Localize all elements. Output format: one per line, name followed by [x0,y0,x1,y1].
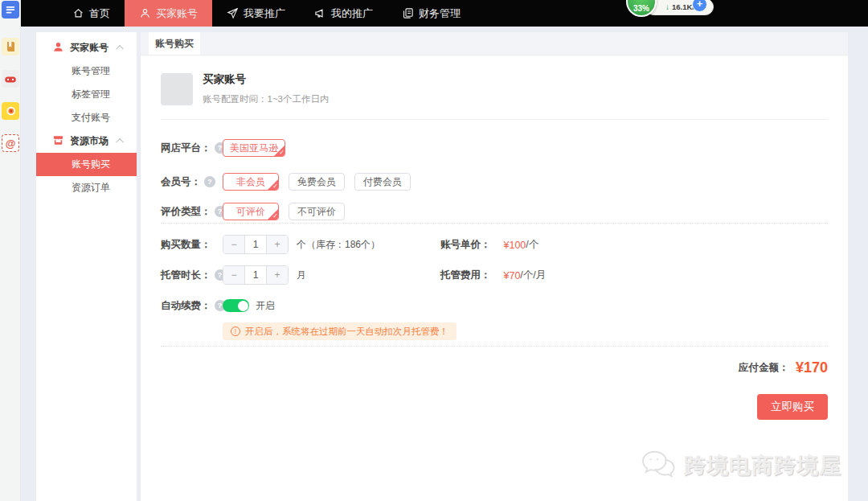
chevron-up-icon [116,138,124,146]
option-non-member[interactable]: 非会员 ✓ [223,173,279,191]
speed-monitor-widget: ↓ 16.1K/s 33% + [629,0,726,21]
sidebar-item-label: 支付账号 [72,111,110,125]
option-paid-member[interactable]: 付费会员 [354,173,411,191]
product-info: 买家账号 账号配置时间：1~3个工作日内 [203,72,330,105]
list-icon[interactable] [2,1,19,18]
option-free-member[interactable]: 免费会员 [289,173,345,191]
option-reviewable[interactable]: 可评价 ✓ [223,203,279,220]
sidebar-group-resource-market[interactable]: 资源市场 [36,129,137,153]
finance-icon [402,7,414,19]
quantity-stepper: − 1 + [223,235,289,254]
auto-renew-label-wrap: 自动续费： ? [161,299,223,313]
percent-value: 33% [628,4,655,13]
option-us-amazon[interactable]: 美国亚马逊 ✓ [223,139,285,157]
nav-item-home[interactable]: 首页 [58,0,125,27]
unit-price-value: ¥100 [504,239,526,250]
watermark-text: 跨境电商跨境屋 [684,451,841,480]
auto-renew-toggle[interactable] [223,299,249,312]
platform-label: 网店平台： [161,142,211,155]
auto-renew-state: 开启 [256,299,275,313]
section-divider [161,223,828,224]
browser-icon-strip: @ [0,0,21,501]
check-icon: ✓ [272,181,278,191]
quantity-input[interactable]: 1 [244,236,267,253]
gamepad-icon[interactable] [2,70,19,88]
top-nav: 首页 买家账号 我要推广 我的推广 财务管理 [21,0,868,27]
purchase-form: 网店平台： ? 美国亚马逊 ✓ 会员号： ? 非会员 ✓ [141,120,848,420]
product-header: 买家账号 账号配置时间：1~3个工作日内 [161,72,828,120]
review-label: 评价类型： [161,205,211,219]
quantity-minus-button[interactable]: − [223,236,244,253]
nav-item-label: 买家账号 [156,6,198,21]
nav-item-buyer-account[interactable]: 买家账号 [125,0,212,27]
duration-plus-button[interactable]: + [267,266,288,284]
sidebar-item-payment-account[interactable]: 支付账号 [36,106,137,129]
home-icon [72,7,84,19]
sidebar: 买家账号 账号管理 标签管理 支付账号 资源市场 账号购买 资源订单 [36,32,137,501]
quantity-suffix: 个（库存：186个） [297,238,380,252]
main-content: 账号购买 买家账号 账号配置时间：1~3个工作日内 网店平台： ? 美国亚马逊 … [141,32,848,501]
amount-due-label: 应付金额： [739,362,789,373]
tab-account-purchase[interactable]: 账号购买 [149,32,200,55]
auto-renew-row: 自动续费： ? 开启 [161,297,828,314]
option-not-reviewable[interactable]: 不可评价 [289,203,345,220]
duration-minus-button[interactable]: − [223,266,244,284]
option-label: 可评价 [236,206,265,217]
option-label: 非会员 [236,176,265,187]
nav-item-my-promotion[interactable]: 我的推广 [300,0,387,27]
weibo-icon[interactable] [2,102,19,120]
duration-label-wrap: 托管时长： ? [161,269,223,282]
duration-input[interactable]: 1 [244,266,267,284]
nav-item-finance[interactable]: 财务管理 [387,0,475,27]
payment-summary: 应付金额： ¥170 [161,347,828,376]
chevron-up-icon [116,45,124,53]
duration-stepper: − 1 + [223,265,289,285]
quantity-plus-button[interactable]: + [267,236,288,253]
product-image-placeholder [161,73,193,105]
nav-item-label: 财务管理 [419,6,461,21]
option-label: 免费会员 [297,176,336,187]
platform-label-wrap: 网店平台： ? [161,142,223,155]
nav-item-label: 我要推广 [244,6,285,21]
download-arrow-icon: ↓ [665,2,669,11]
sidebar-item-label: 资源订单 [72,181,110,195]
tab-bar: 账号购买 [141,32,848,55]
sidebar-item-resource-orders[interactable]: 资源订单 [36,176,137,199]
review-type-row: 评价类型： ? 可评价 ✓ 不可评价 [161,203,828,220]
option-label: 美国亚马逊 [230,142,278,154]
sidebar-group-buyer-account[interactable]: 买家账号 [36,36,137,60]
sidebar-item-label: 标签管理 [72,88,110,101]
quantity-label: 购买数量： [161,238,211,252]
option-label: 付费会员 [363,176,402,187]
nav-item-promote[interactable]: 我要推广 [212,0,300,27]
sidebar-item-tag-management[interactable]: 标签管理 [36,83,137,106]
hosting-fee-unit: /个/月 [520,269,546,282]
unit-price-label: 账号单价： [440,238,491,252]
sidebar-item-label: 账号管理 [72,64,110,78]
product-subtitle: 账号配置时间：1~3个工作日内 [203,93,330,105]
book-icon[interactable] [2,38,19,55]
check-icon: ✓ [272,211,278,220]
amount-due-value: ¥170 [796,359,828,376]
buy-now-button[interactable]: 立即购买 [757,394,828,420]
sidebar-item-account-purchase[interactable]: 账号购买 [36,153,137,176]
help-icon[interactable]: ? [204,176,215,187]
auto-renew-label: 自动续费： [161,299,211,313]
toggle-knob [238,301,248,311]
page: @ 首页 买家账号 我要推广 我的推广 财务管理 ↓ 16.1K/s [0,0,868,501]
membership-label-wrap: 会员号： ? [161,175,223,189]
sidebar-item-account-management[interactable]: 账号管理 [36,60,137,83]
at-icon[interactable]: @ [2,134,19,152]
paper-plane-icon [227,7,239,19]
review-label-wrap: 评价类型： ? [161,205,223,219]
membership-row: 会员号： ? 非会员 ✓ 免费会员 付费会员 [161,173,828,191]
user-icon [52,41,64,55]
user-icon [139,7,151,19]
nav-item-label: 首页 [89,6,110,21]
unit-price-unit: /个 [526,238,538,252]
product-title: 买家账号 [203,72,330,87]
duration-row: 托管时长： ? − 1 + 月 托管费用： ¥70 /个/月 [161,265,828,285]
sidebar-group-label: 买家账号 [70,41,108,55]
quantity-label-wrap: 购买数量： [161,238,223,252]
alert-circle-icon: ! [231,326,240,336]
